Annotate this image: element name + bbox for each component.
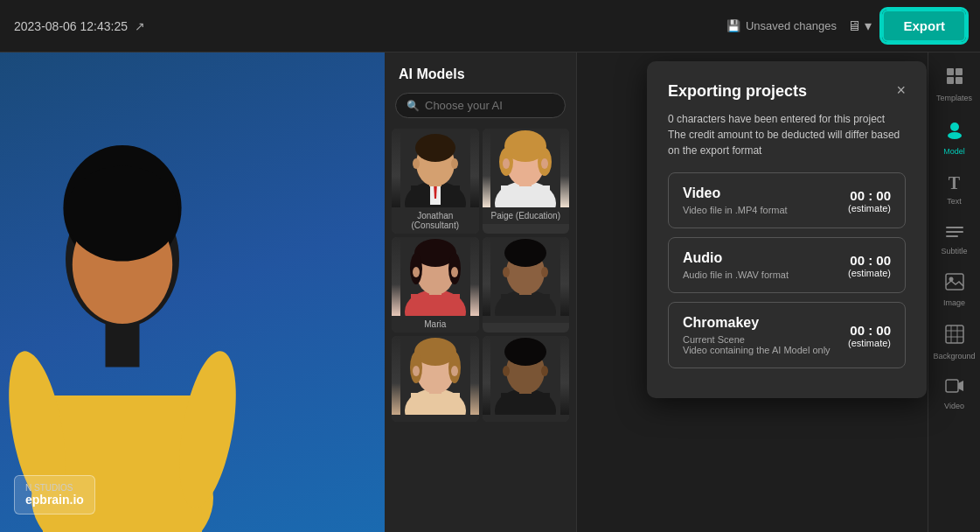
export-modal: Exporting projects × 0 characters have b… (647, 61, 927, 398)
svg-point-6 (66, 165, 179, 261)
export-chromakey-name: Chromakey (683, 315, 831, 331)
export-video-desc: Video file in .MP4 format (683, 205, 788, 215)
export-option-audio[interactable]: Audio Audio file in .WAV format 00 : 00 … (668, 237, 906, 293)
sidebar-item-background[interactable]: Background (931, 318, 978, 368)
image-label: Image (943, 298, 965, 307)
templates-label: Templates (936, 94, 972, 102)
model-avatar-person5 (392, 336, 479, 415)
video-preview: N STUDIOS epbrain.io (0, 52, 385, 532)
watermark-studio: N STUDIOS (25, 483, 84, 493)
model-name-maria: Maria (392, 316, 479, 332)
sidebar-item-subtitle[interactable]: Subtitle (931, 216, 978, 262)
sidebar-item-video[interactable]: Video (931, 371, 978, 417)
export-chromakey-estimate: (estimate) (848, 338, 891, 348)
svg-rect-31 (411, 294, 460, 316)
timestamp: 2023-08-06 12:43:25 (14, 19, 128, 33)
svg-point-56 (451, 366, 458, 376)
modal-desc-line2: The credit amount to be deducted will di… (668, 129, 900, 157)
video-label: Video (944, 402, 964, 410)
svg-point-55 (413, 366, 420, 376)
svg-rect-59 (501, 393, 550, 415)
svg-rect-81 (946, 380, 958, 392)
text-icon: T (949, 173, 960, 193)
svg-rect-74 (946, 274, 963, 290)
export-video-name: Video (683, 186, 788, 201)
modal-header: Exporting projects × (668, 82, 906, 101)
export-video-time-block: 00 : 00 (estimate) (848, 188, 891, 214)
export-option-audio-left: Audio Audio file in .WAV format (683, 250, 789, 280)
svg-point-17 (413, 158, 420, 169)
svg-point-62 (504, 338, 546, 366)
sidebar-item-templates[interactable]: Templates (931, 60, 978, 109)
svg-rect-67 (947, 77, 954, 84)
export-button[interactable]: Export (882, 10, 966, 42)
background-label: Background (933, 352, 975, 360)
svg-rect-3 (106, 322, 140, 368)
top-bar-left: 2023-08-06 12:43:25 ↗ (14, 19, 145, 33)
sidebar-item-text[interactable]: T Text (931, 166, 978, 213)
svg-point-69 (950, 122, 959, 131)
model-avatar-maria (392, 237, 479, 316)
model-avatar-person6 (483, 336, 570, 415)
modal-title: Exporting projects (668, 82, 807, 101)
watermark: N STUDIOS epbrain.io (14, 475, 95, 514)
svg-point-37 (413, 267, 420, 277)
export-option-video-left: Video Video file in .MP4 format (683, 186, 788, 215)
model-card-jonathan[interactable]: Jonathan (Consultant) (392, 129, 479, 234)
model-card-person6[interactable] (483, 336, 570, 422)
ai-models-title: AI Models (385, 66, 576, 93)
model-label: Model (943, 147, 965, 156)
svg-point-16 (415, 134, 455, 162)
svg-point-28 (541, 158, 548, 169)
modal-description: 0 characters have been entered for this … (668, 111, 906, 158)
right-sidebar: Templates Model T Text Subtitle Image (928, 52, 980, 532)
watermark-brand: epbrain.io (25, 493, 84, 507)
modal-close-button[interactable]: × (896, 82, 906, 98)
export-video-estimate: (estimate) (848, 203, 891, 214)
sidebar-item-image[interactable]: Image (931, 266, 978, 314)
modal-desc-line1: 0 characters have been entered for this … (668, 113, 885, 125)
export-option-video[interactable]: Video Video file in .MP4 format 00 : 00 … (668, 172, 906, 228)
ai-models-search-input[interactable] (425, 99, 554, 112)
search-icon: 🔍 (407, 100, 420, 112)
model-card-maria[interactable]: Maria (392, 237, 479, 332)
unsaved-changes-label: Unsaved changes (746, 19, 837, 32)
svg-rect-72 (946, 231, 963, 233)
video-icon (945, 378, 964, 398)
export-option-chromakey-left: Chromakey Current Scene Video containing… (683, 315, 831, 355)
external-link-icon[interactable]: ↗ (135, 19, 145, 33)
person4-avatar-svg (490, 237, 560, 316)
export-chromakey-desc2: Video containing the AI Model only (683, 345, 831, 355)
model-name-paige: Paige (Education) (483, 207, 570, 224)
screen-icon[interactable]: 🖥 ▾ (847, 18, 872, 34)
svg-rect-76 (946, 326, 963, 343)
model-card-person5[interactable] (392, 336, 479, 422)
svg-rect-41 (501, 294, 550, 316)
sidebar-item-model[interactable]: Model (931, 113, 978, 163)
model-name-person5 (392, 415, 479, 422)
model-icon (945, 120, 964, 144)
svg-rect-71 (946, 227, 963, 228)
export-option-chromakey[interactable]: Chromakey Current Scene Video containing… (668, 302, 906, 368)
export-chromakey-time-block: 00 : 00 (estimate) (848, 323, 891, 348)
save-icon: 💾 (726, 19, 740, 32)
top-bar-right: 💾 Unsaved changes 🖥 ▾ Export (726, 10, 966, 42)
export-audio-desc: Audio file in .WAV format (683, 270, 789, 280)
model-avatar-person4 (483, 237, 570, 316)
top-bar: 2023-08-06 12:43:25 ↗ 💾 Unsaved changes … (0, 0, 980, 52)
model-card-paige[interactable]: Paige (Education) (483, 129, 570, 234)
ai-models-search[interactable]: 🔍 (395, 93, 566, 118)
svg-point-38 (451, 267, 458, 277)
templates-icon (945, 66, 964, 90)
svg-rect-66 (956, 68, 963, 75)
svg-point-27 (503, 158, 510, 169)
svg-point-64 (541, 366, 548, 376)
image-icon (945, 273, 964, 295)
svg-rect-49 (411, 393, 460, 415)
svg-point-63 (503, 366, 510, 376)
jonathan-avatar-svg (400, 129, 470, 207)
text-label: Text (947, 197, 962, 206)
paige-avatar-svg (490, 129, 560, 207)
model-name-jonathan: Jonathan (Consultant) (392, 207, 479, 234)
model-card-person4[interactable] (483, 237, 570, 332)
